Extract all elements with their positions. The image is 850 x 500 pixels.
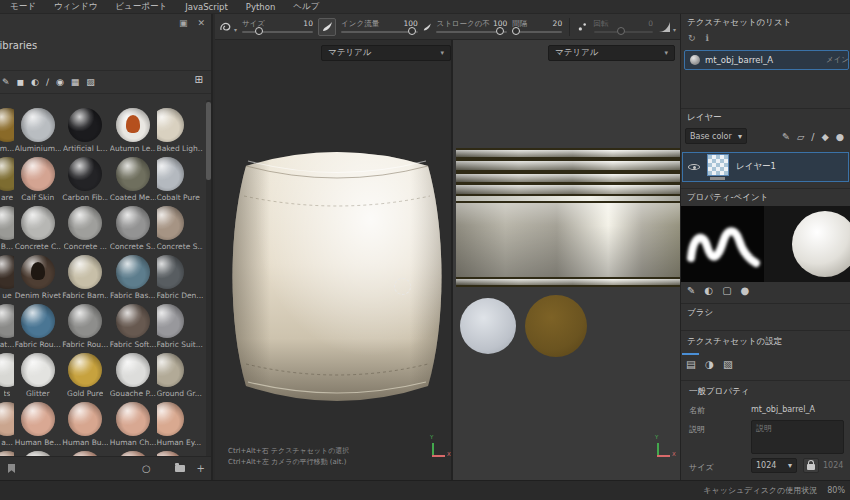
settings-channels-tab-icon[interactable]: ◑ [705,358,714,370]
description-textarea[interactable] [751,420,844,454]
library-material-item[interactable]: ue [0,255,14,304]
layer-visibility-eye-icon[interactable] [688,161,700,173]
library-material-item[interactable]: m... [0,108,14,157]
texture-set-item[interactable]: mt_obj_barrel_A メイン [684,50,849,70]
size-select[interactable]: 1024 ▾ [751,458,797,473]
material-sphere-thumbnail[interactable] [0,353,14,387]
menu-item[interactable]: ビューポート [115,1,167,13]
material-sphere-thumbnail[interactable] [21,402,55,436]
material-sphere-thumbnail[interactable] [68,402,102,436]
menu-item[interactable]: ウィンドウ [54,1,98,13]
material-sphere-thumbnail[interactable] [0,402,14,436]
brush-properties-icon[interactable]: ✎ [687,285,695,296]
ink-flow-slider[interactable]: インク流量100 [341,20,418,33]
2d-view-mode-select[interactable]: マテリアル ▾ [548,45,675,61]
menu-item[interactable]: モード [10,1,36,13]
material-filter-icon[interactable]: ◼ [17,77,24,87]
spacing-knob[interactable] [512,27,520,35]
fill-tool-icon[interactable]: ◆ [821,131,828,142]
material-sphere-thumbnail[interactable] [157,157,185,191]
open-folder-icon[interactable] [163,463,185,474]
library-material-item[interactable]: Fabric Rou... [62,304,110,353]
layer-row[interactable]: レイヤー1 [682,152,849,182]
material-sphere-thumbnail[interactable] [116,402,150,436]
material-sphere-thumbnail[interactable] [116,157,150,191]
brush-preset-button[interactable] [318,18,336,36]
library-material-item[interactable]: Human Be... [14,402,62,451]
material-sphere-thumbnail[interactable] [68,255,102,289]
material-sphere-thumbnail[interactable] [68,108,102,142]
material-sphere-thumbnail[interactable] [157,304,185,338]
material-sphere-thumbnail[interactable] [157,353,185,387]
library-material-item[interactable]: a... [0,402,14,451]
material-sphere-thumbnail[interactable] [68,157,102,191]
library-material-item[interactable]: Cobalt Pure [157,157,205,206]
material-sphere-thumbnail[interactable] [116,206,150,240]
library-material-item[interactable]: Concrete S... [157,206,205,255]
library-material-item[interactable]: Fabric Suit... [157,304,205,353]
line-tool-icon[interactable]: ∕ [811,131,814,142]
sync-icon[interactable]: ↻ [688,33,696,43]
pencil-filter-icon[interactable]: ∕ [46,77,49,87]
library-material-item[interactable]: Fabric Soft... [109,304,157,353]
library-material-item[interactable]: ts [0,353,14,402]
material-sphere-thumbnail[interactable] [157,255,185,289]
add-asset-icon[interactable]: + [197,463,205,474]
size-track[interactable] [242,31,313,33]
material-sphere-thumbnail[interactable] [116,255,150,289]
projection-tool-icon[interactable]: ▱ [797,131,804,142]
close-panel-icon[interactable]: ✕ [197,18,205,28]
library-material-item[interactable]: Concrete S... [109,206,157,255]
material-sphere-thumbnail[interactable] [21,206,55,240]
stencil-properties-icon[interactable]: ▢ [722,285,731,296]
material-sphere-thumbnail[interactable] [157,402,185,436]
library-material-item[interactable]: Denim Rivet [14,255,62,304]
material-sphere-thumbnail[interactable] [68,304,102,338]
dock-panel-icon[interactable]: ▣ [179,18,188,28]
material-sphere-thumbnail[interactable] [0,255,14,289]
library-material-item[interactable]: Concrete C... [14,206,62,255]
brush-filter-icon[interactable]: ✎ [2,77,10,87]
material-sphere-thumbnail[interactable] [116,108,150,142]
library-material-item[interactable]: Gouache P... [109,353,157,402]
scrollbar-thumb[interactable] [206,102,211,180]
library-material-item[interactable]: Ground Gr... [157,353,205,402]
library-material-item[interactable]: Human Bu... [62,402,110,451]
material-properties-icon[interactable]: ◐ [704,285,713,296]
library-material-item[interactable]: Artificial L... [62,108,110,157]
shelf-flag-icon[interactable] [8,464,15,473]
library-material-item[interactable]: Aluminium... [14,108,62,157]
library-material-item[interactable]: Carbon Fib... [62,157,110,206]
flow-knob[interactable] [408,27,416,35]
spacing-track[interactable] [512,31,562,33]
library-material-item[interactable]: Concrete ... [62,206,110,255]
menu-item[interactable]: JavaScript [185,2,228,12]
spacing-slider[interactable]: 間隔20 [512,20,562,33]
texture-filter-icon[interactable]: ▨ [86,77,95,87]
layer-thumbnail[interactable] [707,154,729,176]
stroke-opacity-slider[interactable]: ストロークの不100 [436,20,507,33]
brush-section-title[interactable]: ブラシ [687,307,713,319]
library-material-item[interactable]: are [0,157,14,206]
falloff-curve-icon[interactable]: ▾ [658,21,676,33]
3d-viewport-canvas[interactable]: マテリアル ▾ Ctrl+Alt+右 テクスチャセットの選択 Ctrl+ [215,40,451,480]
library-material-item[interactable]: Baked Ligh... [157,108,205,157]
2d-uv-viewport-canvas[interactable]: マテリアル ▾ Y X [453,40,680,480]
library-material-item[interactable]: Fabric Den... [157,255,205,304]
stroke-opacity-track[interactable] [436,31,507,33]
material-sphere-thumbnail[interactable] [0,108,14,142]
eraser-properties-icon[interactable]: ● [741,285,750,296]
eraser-tool-icon[interactable]: ● [836,131,844,142]
stroke-opacity-knob[interactable] [496,27,504,35]
stroke-dynamics-icon[interactable]: ▾ [219,20,237,33]
material-sphere-thumbnail[interactable] [116,304,150,338]
3d-view-mode-select[interactable]: マテリアル ▾ [321,45,451,61]
paint-tool-icon[interactable]: ✎ [782,131,790,142]
library-material-item[interactable]: Coated Me... [109,157,157,206]
flow-track[interactable] [341,31,418,33]
library-material-item[interactable]: Fabric Rou... [14,304,62,353]
library-material-item[interactable]: Human Ey... [157,402,205,451]
material-sphere-thumbnail[interactable] [0,157,14,191]
size-knob[interactable] [255,27,263,35]
material-sphere-thumbnail[interactable] [0,304,14,338]
